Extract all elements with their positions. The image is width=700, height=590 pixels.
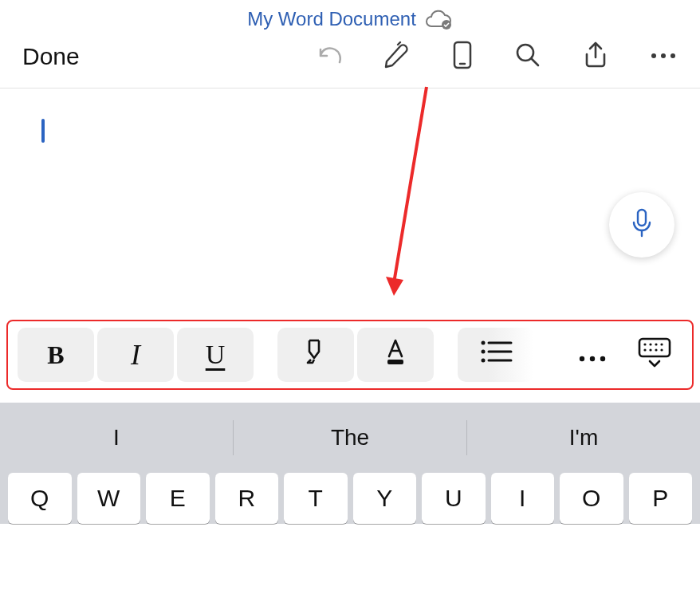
document-editing-area[interactable] <box>0 88 700 320</box>
key-r[interactable]: R <box>215 473 279 524</box>
svg-rect-12 <box>387 360 403 364</box>
list-icon <box>479 338 513 372</box>
dictation-button[interactable] <box>609 192 674 258</box>
svg-point-13 <box>482 341 486 345</box>
highlighter-button[interactable] <box>277 328 354 382</box>
font-color-icon <box>379 336 411 374</box>
key-o[interactable]: O <box>560 473 623 524</box>
action-icons-group <box>313 40 678 73</box>
key-i[interactable]: I <box>491 473 555 524</box>
highlight-cluster <box>277 328 434 382</box>
cloud-sync-icon[interactable] <box>424 9 453 30</box>
svg-point-15 <box>482 359 486 363</box>
highlighter-icon <box>300 336 332 374</box>
svg-point-28 <box>649 348 651 351</box>
underline-glyph: U <box>206 340 226 370</box>
annotation-arrow <box>383 81 438 304</box>
svg-point-24 <box>649 343 651 345</box>
svg-point-23 <box>643 343 646 345</box>
svg-point-25 <box>655 343 657 345</box>
predictive-text-row: I The I'm <box>0 414 700 462</box>
more-horizontal-icon <box>576 340 608 370</box>
svg-point-19 <box>580 356 584 360</box>
italic-glyph: I <box>131 338 140 372</box>
text-style-cluster: B I U <box>18 328 254 382</box>
svg-line-4 <box>532 59 538 65</box>
key-w[interactable]: W <box>77 473 141 524</box>
svg-point-6 <box>661 53 666 58</box>
font-color-button[interactable] <box>357 328 434 382</box>
svg-point-21 <box>600 356 605 360</box>
keyboard-area: I The I'm Q W E R T Y U I O P <box>0 403 700 524</box>
underline-button[interactable]: U <box>177 328 254 382</box>
header-bar: My Word Document <box>0 0 700 33</box>
key-p[interactable]: P <box>629 473 693 524</box>
done-button[interactable]: Done <box>16 43 86 70</box>
key-y[interactable]: Y <box>353 473 417 524</box>
key-t[interactable]: T <box>284 473 348 524</box>
svg-point-27 <box>643 348 646 351</box>
svg-line-10 <box>394 87 427 283</box>
mobile-view-icon[interactable] <box>451 40 474 73</box>
format-toolbar: B I U <box>6 320 694 390</box>
hide-keyboard-button[interactable] <box>627 328 682 382</box>
keyboard-collapse-icon <box>636 336 673 374</box>
more-icon[interactable] <box>649 49 678 64</box>
document-title[interactable]: My Word Document <box>247 8 416 30</box>
italic-button[interactable]: I <box>97 328 174 382</box>
keyboard-row-1: Q W E R T Y U I O P <box>0 462 700 524</box>
svg-marker-11 <box>386 277 403 296</box>
search-icon[interactable] <box>513 41 542 73</box>
predictive-suggestion[interactable]: The <box>234 425 466 450</box>
text-cursor <box>41 119 45 143</box>
svg-point-30 <box>660 348 663 351</box>
svg-point-29 <box>655 348 657 351</box>
predictive-suggestion[interactable]: I'm <box>467 425 700 450</box>
microphone-icon <box>630 207 654 242</box>
draw-pen-icon[interactable] <box>383 41 411 73</box>
bulleted-list-button[interactable] <box>458 328 534 382</box>
undo-icon[interactable] <box>313 41 343 72</box>
svg-point-3 <box>517 45 533 61</box>
key-q[interactable]: Q <box>8 473 72 524</box>
predictive-suggestion[interactable]: I <box>0 425 233 450</box>
key-u[interactable]: U <box>422 473 486 524</box>
key-e[interactable]: E <box>146 473 210 524</box>
svg-point-14 <box>482 350 486 354</box>
svg-point-20 <box>590 356 595 360</box>
top-action-bar: Done <box>0 33 700 88</box>
svg-rect-22 <box>639 339 670 356</box>
svg-point-5 <box>651 53 656 58</box>
share-icon[interactable] <box>582 40 609 73</box>
svg-rect-8 <box>638 210 646 226</box>
more-format-button[interactable] <box>564 328 620 382</box>
bold-button[interactable]: B <box>18 328 94 382</box>
svg-point-26 <box>660 343 663 345</box>
svg-point-7 <box>671 53 675 58</box>
